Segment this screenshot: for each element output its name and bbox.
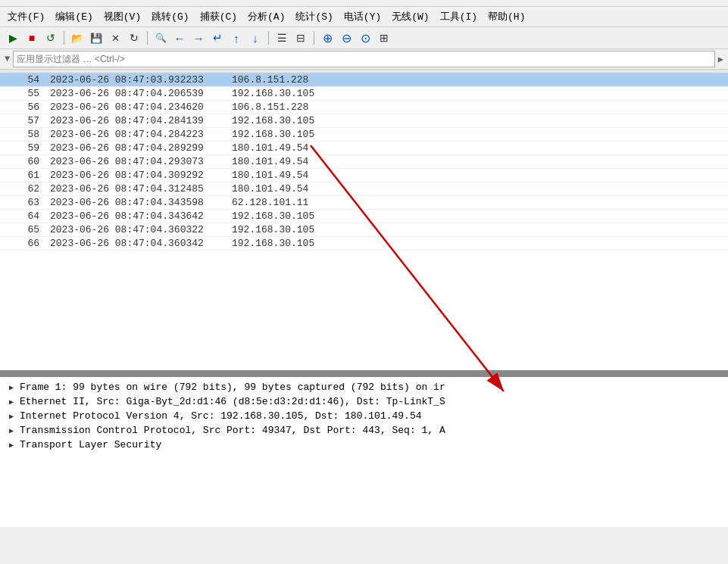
detail-text-frame: Frame 1: 99 bytes on wire (792 bits), 99… (20, 382, 445, 393)
cell-source: 180.101.49.54 (227, 142, 379, 154)
menu-item-file[interactable]: 文件(F) (3, 8, 49, 25)
toolbar-btn-zoom-in[interactable]: ⊕ (319, 30, 336, 46)
toolbar-btn-down[interactable]: ↓ (247, 30, 264, 46)
cell-source: 180.101.49.54 (227, 170, 379, 181)
menu-item-analyze[interactable]: 分析(A) (243, 8, 289, 25)
cell-time: 2023-06-26 08:47:04.289299 (45, 142, 227, 154)
toolbar-btn-save[interactable]: 💾 (88, 30, 105, 46)
cell-source: 180.101.49.54 (227, 183, 379, 195)
filter-bar: ▼ ▶ (0, 49, 728, 70)
menu-item-stats[interactable]: 统计(S) (291, 8, 337, 25)
detail-text-ipv4: Internet Protocol Version 4, Src: 192.16… (20, 410, 422, 422)
menu-item-phone[interactable]: 电话(Y) (339, 8, 386, 25)
cell-no: 64 (0, 210, 45, 222)
toolbar-separator-open (64, 31, 64, 45)
filter-input[interactable] (13, 51, 715, 67)
table-row[interactable]: 612023-06-26 08:47:04.309292180.101.49.5… (0, 169, 728, 182)
table-row[interactable]: 662023-06-26 08:47:04.360342192.168.30.1… (0, 237, 728, 251)
detail-row-tcp[interactable]: ▶Transmission Control Protocol, Src Port… (6, 423, 722, 438)
toolbar-btn-up[interactable]: ↑ (228, 30, 245, 46)
table-row[interactable]: 592023-06-26 08:47:04.289299180.101.49.5… (0, 142, 728, 155)
cell-time: 2023-06-26 08:47:04.312485 (45, 183, 227, 195)
toolbar-btn-resize[interactable]: ⊞ (376, 30, 392, 46)
filter-apply-arrow[interactable]: ▶ (718, 54, 723, 65)
detail-text-tls: Transport Layer Security (20, 439, 161, 450)
cell-no: 60 (0, 156, 45, 167)
details-panel[interactable]: ▶Frame 1: 99 bytes on wire (792 bits), 9… (0, 375, 728, 527)
toolbar-btn-list[interactable]: ☰ (273, 30, 290, 46)
cell-source: 192.168.30.105 (227, 238, 379, 249)
toolbar-btn-open[interactable]: 📂 (69, 30, 86, 46)
cell-no: 63 (0, 197, 45, 208)
toolbar-btn-detail[interactable]: ⊟ (292, 30, 309, 46)
table-row[interactable]: 552023-06-26 08:47:04.206539192.168.30.1… (0, 87, 728, 101)
toolbar-separator-find (147, 31, 148, 45)
toolbar-btn-stop[interactable]: ■ (23, 30, 40, 46)
title-bar (0, 0, 728, 7)
main-container: 542023-06-26 08:47:03.932233106.8.151.22… (0, 70, 728, 564)
toolbar-btn-forward[interactable]: → (190, 30, 207, 46)
cell-source: 180.101.49.54 (227, 156, 379, 167)
cell-no: 54 (0, 74, 45, 86)
cell-time: 2023-06-26 08:47:03.932233 (45, 74, 227, 86)
table-row[interactable]: 652023-06-26 08:47:04.360322192.168.30.1… (0, 223, 728, 237)
cell-time: 2023-06-26 08:47:04.284223 (45, 129, 227, 140)
cell-source: 192.168.30.105 (227, 224, 379, 235)
expand-icon-ethernet[interactable]: ▶ (6, 397, 17, 407)
cell-time: 2023-06-26 08:47:04.284139 (45, 115, 227, 126)
menu-item-wireless[interactable]: 无线(W) (387, 8, 433, 25)
expand-icon-ipv4[interactable]: ▶ (6, 411, 17, 422)
toolbar-btn-restart[interactable]: ↺ (42, 30, 59, 46)
toolbar-btn-zoom-reset[interactable]: ⊙ (357, 30, 373, 46)
toolbar-btn-back[interactable]: ← (171, 30, 188, 46)
cell-source: 106.8.151.228 (227, 74, 379, 86)
cell-no: 61 (0, 170, 45, 181)
detail-row-ethernet[interactable]: ▶Ethernet II, Src: Giga-Byt_2d:d1:46 (d8… (6, 394, 722, 409)
packet-rows: 542023-06-26 08:47:03.932233106.8.151.22… (0, 73, 728, 251)
cell-source: 192.168.30.105 (227, 129, 379, 140)
table-row[interactable]: 602023-06-26 08:47:04.293073180.101.49.5… (0, 155, 728, 169)
detail-row-frame[interactable]: ▶Frame 1: 99 bytes on wire (792 bits), 9… (6, 380, 722, 394)
cell-no: 58 (0, 129, 45, 140)
table-row[interactable]: 622023-06-26 08:47:04.312485180.101.49.5… (0, 182, 728, 196)
menu-item-go[interactable]: 跳转(G) (147, 8, 193, 25)
table-row[interactable]: 562023-06-26 08:47:04.234620106.8.151.22… (0, 101, 728, 114)
cell-time: 2023-06-26 08:47:04.343642 (45, 210, 227, 222)
packet-list[interactable]: 542023-06-26 08:47:03.932233106.8.151.22… (0, 70, 728, 372)
menu-item-capture[interactable]: 捕获(C) (195, 8, 242, 25)
toolbar-separator-zoom-in (314, 31, 314, 45)
table-row[interactable]: 572023-06-26 08:47:04.284139192.168.30.1… (0, 114, 728, 128)
cell-no: 56 (0, 101, 45, 113)
cell-source: 106.8.151.228 (227, 101, 379, 113)
expand-icon-frame[interactable]: ▶ (6, 382, 17, 393)
toolbar-btn-find[interactable]: 🔍 (152, 30, 169, 46)
expand-icon-tcp[interactable]: ▶ (6, 425, 17, 436)
toolbar-separator-list (268, 31, 269, 45)
detail-text-tcp: Transmission Control Protocol, Src Port:… (20, 425, 445, 436)
filter-dropdown-arrow[interactable]: ▼ (5, 54, 10, 64)
detail-row-tls[interactable]: ▶Transport Layer Security (6, 438, 722, 452)
table-row[interactable]: 632023-06-26 08:47:04.34359862.128.101.1… (0, 196, 728, 210)
menu-item-edit[interactable]: 编辑(E) (51, 8, 97, 25)
cell-time: 2023-06-26 08:47:04.206539 (45, 88, 227, 99)
toolbar-btn-reload[interactable]: ↻ (126, 30, 142, 46)
table-row[interactable]: 542023-06-26 08:47:03.932233106.8.151.22… (0, 73, 728, 87)
detail-text-ethernet: Ethernet II, Src: Giga-Byt_2d:d1:46 (d8:… (20, 396, 445, 407)
cell-no: 57 (0, 115, 45, 126)
cell-source: 192.168.30.105 (227, 88, 379, 99)
toolbar-btn-start[interactable]: ▶ (5, 30, 21, 46)
toolbar-btn-zoom-out[interactable]: ⊖ (338, 30, 355, 46)
table-row[interactable]: 642023-06-26 08:47:04.343642192.168.30.1… (0, 210, 728, 223)
cell-time: 2023-06-26 08:47:04.360342 (45, 238, 227, 249)
detail-row-ipv4[interactable]: ▶Internet Protocol Version 4, Src: 192.1… (6, 409, 722, 423)
cell-no: 62 (0, 183, 45, 195)
cell-no: 55 (0, 88, 45, 99)
table-row[interactable]: 582023-06-26 08:47:04.284223192.168.30.1… (0, 128, 728, 142)
menu-item-tools[interactable]: 工具(I) (436, 8, 482, 25)
toolbar-btn-close[interactable]: ✕ (107, 30, 123, 46)
cell-time: 2023-06-26 08:47:04.309292 (45, 170, 227, 181)
toolbar-btn-goto[interactable]: ↵ (209, 30, 226, 46)
menu-item-view[interactable]: 视图(V) (99, 8, 145, 25)
expand-icon-tls[interactable]: ▶ (6, 440, 17, 450)
menu-item-help[interactable]: 帮助(H) (483, 8, 530, 25)
